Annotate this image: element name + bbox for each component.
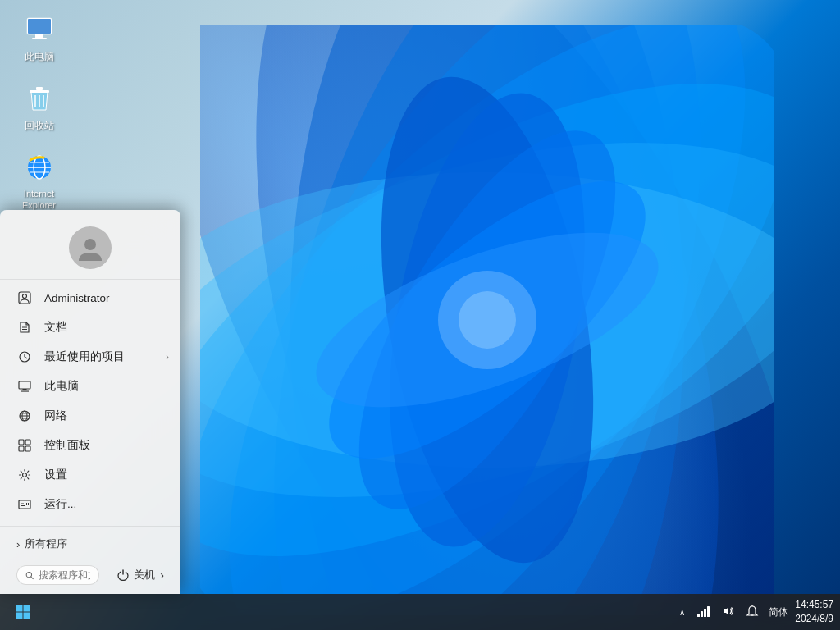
svg-point-5 bbox=[200, 25, 774, 615]
taskbar-clock[interactable]: 14:45:57 2024/8/9 bbox=[795, 598, 833, 626]
user-avatar bbox=[69, 226, 112, 269]
all-programs-button[interactable]: › 所有程序 bbox=[10, 533, 171, 555]
svg-rect-59 bbox=[24, 605, 30, 612]
svg-line-57 bbox=[31, 577, 34, 579]
start-menu: Administrator 文档 bbox=[0, 210, 180, 594]
recycle-icon bbox=[22, 82, 57, 116]
svg-rect-62 bbox=[697, 614, 700, 617]
svg-point-14 bbox=[438, 271, 536, 369]
svg-point-4 bbox=[200, 25, 774, 615]
start-button[interactable] bbox=[7, 597, 39, 627]
svg-rect-64 bbox=[704, 609, 706, 617]
svg-rect-47 bbox=[25, 440, 30, 445]
control-panel-icon bbox=[16, 437, 33, 454]
start-menu-user-section bbox=[0, 210, 180, 280]
svg-rect-46 bbox=[19, 440, 24, 445]
menu-item-run[interactable]: 运行... bbox=[0, 490, 180, 519]
this-pc-label: 此电脑 bbox=[25, 51, 54, 64]
svg-line-37 bbox=[25, 357, 27, 358]
notification-tray-icon[interactable] bbox=[742, 601, 762, 623]
search-icon bbox=[25, 570, 34, 581]
taskbar-right: ∧ bbox=[678, 598, 833, 626]
menu-item-this-pc[interactable]: 此电脑 bbox=[0, 372, 180, 401]
date-display: 2024/8/9 bbox=[795, 612, 833, 626]
menu-item-control-panel[interactable]: 控制面板 bbox=[0, 431, 180, 460]
svg-rect-19 bbox=[32, 38, 47, 39]
power-icon bbox=[117, 569, 129, 581]
run-icon bbox=[16, 496, 33, 513]
svg-rect-20 bbox=[30, 90, 49, 93]
person-icon bbox=[16, 290, 33, 306]
desktop-icon-recycle-bin[interactable]: 回收站 bbox=[8, 77, 70, 138]
svg-rect-17 bbox=[28, 19, 51, 34]
clock-icon bbox=[16, 349, 33, 365]
document-icon bbox=[16, 319, 33, 336]
network-tray-icon[interactable] bbox=[693, 601, 713, 623]
svg-point-12 bbox=[289, 137, 685, 503]
svg-point-50 bbox=[23, 473, 27, 477]
windows-logo-icon bbox=[16, 605, 30, 619]
search-input[interactable] bbox=[39, 569, 90, 581]
taskbar-tray-icons bbox=[693, 601, 762, 623]
time-display: 14:45:57 bbox=[795, 598, 833, 612]
desktop-icons-container: 此电脑 回收站 bbox=[8, 8, 70, 217]
ie-label: Internet Explorer bbox=[22, 188, 56, 212]
svg-point-6 bbox=[200, 25, 774, 615]
svg-rect-63 bbox=[701, 611, 703, 617]
menu-item-settings[interactable]: 设置 bbox=[0, 460, 180, 490]
network-icon bbox=[16, 408, 33, 424]
tray-expand-icon[interactable]: ∧ bbox=[678, 606, 687, 619]
wallpaper-bloom bbox=[200, 25, 774, 615]
svg-point-9 bbox=[348, 61, 628, 580]
svg-point-11 bbox=[309, 94, 664, 546]
desktop-icon-ie[interactable]: Internet Explorer bbox=[8, 145, 70, 217]
svg-rect-39 bbox=[23, 389, 27, 390]
svg-rect-61 bbox=[24, 613, 30, 619]
svg-point-30 bbox=[84, 239, 96, 250]
desktop-icon-this-pc[interactable]: 此电脑 bbox=[8, 8, 70, 69]
recycle-bin-label: 回收站 bbox=[25, 120, 54, 133]
gear-icon bbox=[16, 467, 33, 483]
svg-point-7 bbox=[200, 76, 774, 564]
desktop: 此电脑 回收站 bbox=[0, 0, 840, 630]
svg-point-0 bbox=[200, 25, 774, 615]
all-programs-arrow: › bbox=[16, 538, 20, 550]
svg-point-3 bbox=[200, 25, 774, 615]
taskbar-left bbox=[7, 597, 39, 627]
svg-point-2 bbox=[290, 25, 684, 615]
svg-rect-49 bbox=[25, 446, 30, 451]
svg-rect-18 bbox=[35, 34, 43, 38]
svg-rect-48 bbox=[19, 446, 24, 451]
monitor-icon bbox=[22, 13, 57, 48]
menu-item-recent[interactable]: 最近使用的项目 › bbox=[0, 342, 180, 372]
search-bar[interactable] bbox=[16, 565, 99, 585]
svg-point-10 bbox=[358, 78, 616, 562]
recent-arrow: › bbox=[166, 352, 169, 362]
svg-rect-60 bbox=[16, 613, 23, 619]
svg-rect-51 bbox=[19, 500, 30, 509]
svg-point-8 bbox=[200, 172, 774, 468]
svg-rect-65 bbox=[707, 606, 710, 617]
svg-point-13 bbox=[295, 197, 679, 444]
svg-point-56 bbox=[26, 572, 31, 577]
menu-item-administrator[interactable]: Administrator bbox=[0, 283, 180, 313]
svg-point-32 bbox=[23, 294, 27, 299]
menu-item-documents[interactable]: 文档 bbox=[0, 313, 180, 342]
menu-item-network[interactable]: 网络 bbox=[0, 401, 180, 431]
pc-icon bbox=[16, 378, 33, 395]
svg-rect-21 bbox=[36, 87, 43, 90]
svg-point-1 bbox=[200, 25, 774, 615]
svg-rect-58 bbox=[16, 605, 23, 612]
svg-point-15 bbox=[459, 291, 516, 349]
svg-rect-38 bbox=[19, 381, 30, 389]
ie-icon bbox=[22, 150, 57, 185]
shutdown-button[interactable]: 关机 › bbox=[111, 564, 171, 586]
taskbar: ∧ bbox=[0, 594, 840, 630]
start-menu-items: Administrator 文档 bbox=[0, 280, 180, 523]
language-indicator[interactable]: 简体 bbox=[769, 605, 788, 619]
volume-tray-icon[interactable] bbox=[718, 601, 737, 623]
